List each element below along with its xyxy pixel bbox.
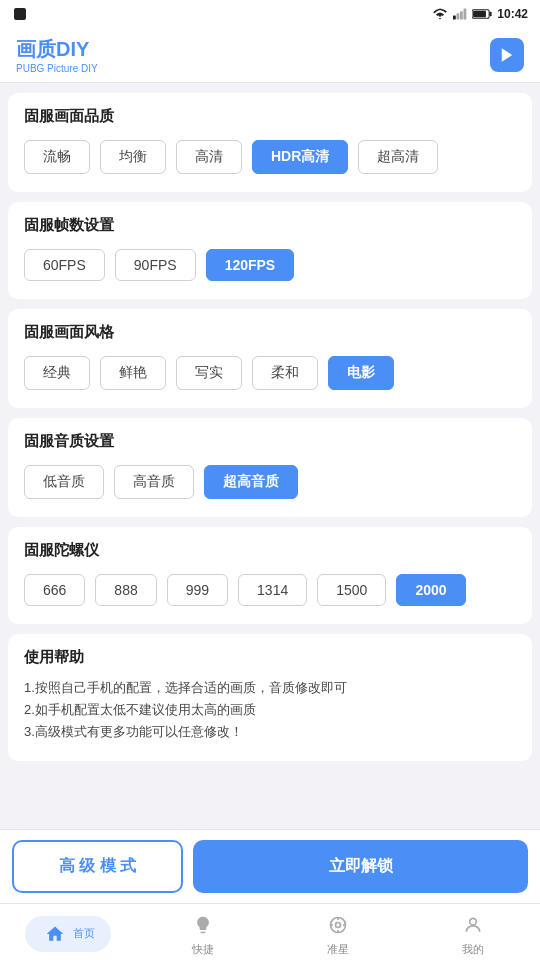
svg-rect-4	[464, 8, 467, 19]
section-title-picture-quality: 固服画面品质	[24, 107, 516, 126]
help-item-1: 1.按照自己手机的配置，选择合适的画质，音质修改即可	[24, 677, 516, 699]
section-title-fps: 固服帧数设置	[24, 216, 516, 235]
battery-icon	[472, 8, 492, 20]
mine-icon	[459, 911, 487, 939]
nav-item-quick[interactable]: 快捷	[135, 911, 270, 957]
app-icon	[12, 6, 28, 22]
nav-item-star[interactable]: 准星	[270, 911, 405, 957]
svg-rect-7	[490, 12, 492, 16]
opt-low-audio[interactable]: 低音质	[24, 465, 104, 499]
opt-gaoqing[interactable]: 高清	[176, 140, 242, 174]
svg-marker-8	[502, 48, 513, 62]
section-audio: 固服音质设置 低音质 高音质 超高音质	[8, 418, 532, 517]
opt-2000[interactable]: 2000	[396, 574, 465, 606]
help-section: 使用帮助 1.按照自己手机的配置，选择合适的画质，音质修改即可 2.如手机配置太…	[8, 634, 532, 761]
home-icon	[41, 920, 69, 948]
options-fps: 60FPS 90FPS 120FPS	[24, 249, 516, 281]
status-bar: 10:42	[0, 0, 540, 28]
header: 画质DIY PUBG Picture DIY	[0, 28, 540, 83]
nav-item-mine[interactable]: 我的	[405, 911, 540, 957]
star-icon	[324, 911, 352, 939]
opt-movie[interactable]: 电影	[328, 356, 394, 390]
section-style: 固服画面风格 经典 鲜艳 写实 柔和 电影	[8, 309, 532, 408]
section-title-style: 固服画面风格	[24, 323, 516, 342]
help-title: 使用帮助	[24, 648, 516, 667]
bottom-nav: 首页 快捷 准星 我的	[0, 903, 540, 960]
svg-rect-6	[473, 11, 486, 17]
advanced-mode-button[interactable]: 高 级 模 式	[12, 840, 183, 893]
options-picture-quality: 流畅 均衡 高清 HDR高清 超高清	[24, 140, 516, 174]
help-item-3: 3.高级模式有更多功能可以任意修改！	[24, 721, 516, 743]
section-gyro: 固服陀螺仪 666 888 999 1314 1500 2000	[8, 527, 532, 624]
quick-icon	[189, 911, 217, 939]
opt-junheng[interactable]: 均衡	[100, 140, 166, 174]
opt-high-audio[interactable]: 高音质	[114, 465, 194, 499]
opt-classic[interactable]: 经典	[24, 356, 90, 390]
quick-label: 快捷	[192, 942, 214, 957]
opt-chaogaoqing[interactable]: 超高清	[358, 140, 438, 174]
opt-888[interactable]: 888	[95, 574, 156, 606]
svg-rect-3	[460, 11, 463, 19]
options-style: 经典 鲜艳 写实 柔和 电影	[24, 356, 516, 390]
section-title-gyro: 固服陀螺仪	[24, 541, 516, 560]
opt-liuchang[interactable]: 流畅	[24, 140, 90, 174]
logo-title: 画质DIY	[16, 36, 98, 63]
home-label: 首页	[73, 926, 95, 941]
section-fps: 固服帧数设置 60FPS 90FPS 120FPS	[8, 202, 532, 299]
options-gyro: 666 888 999 1314 1500 2000	[24, 574, 516, 606]
opt-1500[interactable]: 1500	[317, 574, 386, 606]
svg-point-15	[469, 918, 476, 925]
opt-60fps[interactable]: 60FPS	[24, 249, 105, 281]
opt-soft[interactable]: 柔和	[252, 356, 318, 390]
svg-rect-1	[453, 15, 456, 19]
opt-hdr[interactable]: HDR高清	[252, 140, 348, 174]
opt-120fps[interactable]: 120FPS	[206, 249, 295, 281]
status-time: 10:42	[497, 7, 528, 21]
section-title-audio: 固服音质设置	[24, 432, 516, 451]
opt-999[interactable]: 999	[167, 574, 228, 606]
svg-rect-0	[14, 8, 26, 20]
nav-item-home[interactable]: 首页	[0, 916, 135, 952]
opt-666[interactable]: 666	[24, 574, 85, 606]
scroll-content: 固服画面品质 流畅 均衡 高清 HDR高清 超高清 固服帧数设置 60FPS 9…	[0, 83, 540, 829]
section-picture-quality: 固服画面品质 流畅 均衡 高清 HDR高清 超高清	[8, 93, 532, 192]
play-button[interactable]	[490, 38, 524, 72]
logo-area: 画质DIY PUBG Picture DIY	[16, 36, 98, 74]
svg-rect-2	[457, 13, 460, 19]
action-row: 高 级 模 式 立即解锁	[0, 829, 540, 903]
opt-super-audio[interactable]: 超高音质	[204, 465, 298, 499]
home-pill: 首页	[25, 916, 111, 952]
logo-subtitle: PUBG Picture DIY	[16, 63, 98, 74]
unlock-button[interactable]: 立即解锁	[193, 840, 528, 893]
opt-vivid[interactable]: 鲜艳	[100, 356, 166, 390]
play-icon	[498, 46, 516, 64]
options-audio: 低音质 高音质 超高音质	[24, 465, 516, 499]
status-right: 10:42	[432, 7, 528, 21]
status-left	[12, 6, 28, 22]
mine-label: 我的	[462, 942, 484, 957]
star-label: 准星	[327, 942, 349, 957]
signal-icon	[453, 8, 467, 20]
svg-point-10	[335, 922, 340, 927]
opt-realistic[interactable]: 写实	[176, 356, 242, 390]
opt-90fps[interactable]: 90FPS	[115, 249, 196, 281]
wifi-icon	[432, 8, 448, 20]
opt-1314[interactable]: 1314	[238, 574, 307, 606]
help-item-2: 2.如手机配置太低不建议使用太高的画质	[24, 699, 516, 721]
